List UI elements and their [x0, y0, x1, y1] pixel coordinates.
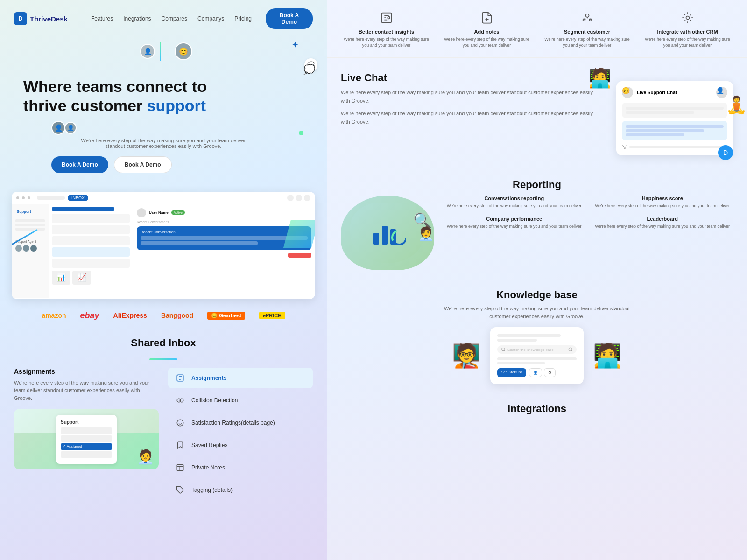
- kb-person-illustration: 🧑‍🏫: [452, 342, 481, 369]
- kb-search-bar[interactable]: Search the knowledge base: [497, 345, 577, 354]
- reporting-happiness: Happiness score We're here every step of…: [592, 196, 733, 209]
- reporting-visual: 🔍 🧑‍💼: [341, 196, 434, 270]
- inbox-item-saved-replies[interactable]: Saved Replies: [168, 435, 313, 455]
- inbox-item-assignments[interactable]: Assignments: [168, 368, 313, 388]
- svg-point-10: [585, 14, 589, 17]
- nav-companys[interactable]: Companys: [197, 15, 224, 22]
- tagging-icon: [174, 483, 187, 497]
- chat-header: 😊 Live Support Chat 👤: [622, 87, 727, 98]
- features-bar: Better contact insights We're here every…: [327, 0, 747, 58]
- nav-features[interactable]: Features: [91, 15, 113, 22]
- kb-desc: We're here every step of the way making …: [444, 305, 630, 320]
- svg-rect-15: [374, 233, 379, 245]
- reporting-conversations-title: Conversations reporting: [444, 196, 585, 201]
- feature-contact-title: Better contact insights: [341, 29, 432, 35]
- brands-section: amazon ebay AliExpress Banggood 😊 Gearbe…: [0, 304, 327, 328]
- satisfaction-label: Satisfaction Ratings(details page): [191, 420, 275, 426]
- nav-links: Features Inegrations Compares Companys P…: [91, 15, 252, 22]
- nav-compares[interactable]: Compares: [162, 15, 187, 22]
- segment-icon: [579, 9, 596, 26]
- inbox-item-collision[interactable]: Collision Detection: [168, 390, 313, 411]
- inbox-illustration: Support ✓ Assigned 🧑‍💼: [14, 409, 159, 469]
- reporting-leaderboard-desc: We're here every step of the way making …: [592, 224, 733, 230]
- book-demo-button-2[interactable]: Book A Demo: [114, 156, 172, 173]
- kb-title: Knowledge base: [341, 289, 733, 301]
- kb-visual: 🧑‍🏫 Search the knowledge base See Startu…: [341, 327, 733, 384]
- section-underline: [149, 358, 177, 360]
- chat-mockup-title: Live Support Chat: [637, 90, 677, 95]
- knowledge-base-section: Knowledge base We're here every step of …: [327, 280, 747, 393]
- reporting-leaderboard-title: Leaderboard: [592, 216, 733, 222]
- reporting-company-desc: We're here every step of the way making …: [444, 224, 585, 230]
- reporting-conversations: Conversations reporting We're here every…: [444, 196, 585, 209]
- svg-marker-14: [622, 145, 627, 149]
- integrations-section: Integrations: [327, 393, 747, 431]
- reporting-section: Reporting: [327, 169, 747, 280]
- kb-settings-icon-btn[interactable]: ⚙: [544, 368, 556, 377]
- svg-rect-16: [382, 226, 388, 245]
- feature-segment-desc: We're here every step of the way making …: [542, 36, 633, 48]
- shared-inbox-section: Shared Inbox Assignments We're here ever…: [0, 328, 327, 510]
- inbox-item-private-notes[interactable]: Private Notes: [168, 457, 313, 478]
- assignments-icon: [174, 371, 187, 385]
- inbox-item-satisfaction[interactable]: Satisfaction Ratings(details page): [168, 413, 313, 433]
- feature-crm-title: Integrate with other CRM: [642, 29, 733, 35]
- reporting-items: Conversations reporting We're here every…: [444, 196, 733, 229]
- kb-mockup: Search the knowledge base See Startups 👤…: [490, 327, 584, 384]
- person-illustration: 🧑‍💻: [588, 67, 612, 89]
- saved-replies-label: Saved Replies: [191, 442, 227, 448]
- svg-rect-4: [177, 464, 183, 471]
- svg-point-13: [686, 16, 689, 20]
- brand-aliexpress: AliExpress: [113, 312, 147, 319]
- hero-section: 👤 😊 ✦ 💬 Where teams connect to thrive cu…: [0, 37, 327, 192]
- live-chat-desc-1: We're here every step of the way making …: [341, 89, 593, 105]
- reporting-title: Reporting: [341, 179, 733, 191]
- satisfaction-icon: [174, 416, 187, 429]
- brand-amazon: amazon: [42, 312, 66, 319]
- feature-add-notes: Add notes We're here every step of the w…: [441, 9, 532, 48]
- add-notes-icon: [479, 9, 495, 26]
- inbox-list: Assignments Collision Detection: [168, 368, 313, 500]
- reporting-leaderboard: Leaderboard We're here every step of the…: [592, 216, 733, 230]
- integrations-title: Integrations: [341, 403, 733, 415]
- svg-point-7: [388, 17, 390, 19]
- kb-action-buttons: See Startups 👤 ⚙: [497, 368, 577, 377]
- contact-insights-icon: [378, 9, 395, 26]
- hero-subtitle: We're here every step of the way making …: [75, 138, 252, 149]
- kb-see-startups-button[interactable]: See Startups: [497, 368, 526, 377]
- inbox-item-tagging[interactable]: Tagging (details): [168, 480, 313, 500]
- nav-pricing[interactable]: Pricing: [234, 15, 252, 22]
- live-chat-section: Live Chat We're here every step of the w…: [327, 58, 747, 169]
- brand-banggood: Banggood: [161, 312, 193, 319]
- live-chat-desc-2: We're here every step of the way making …: [341, 110, 593, 126]
- feature-contact-insights: Better contact insights We're here every…: [341, 9, 432, 48]
- nav-integrations[interactable]: Inegrations: [123, 15, 151, 22]
- kb-search-placeholder: Search the knowledge base: [507, 348, 554, 352]
- svg-point-21: [569, 348, 572, 351]
- logo-text: ThriveDesk: [30, 15, 68, 23]
- inbox-left-title: Assignments: [14, 368, 159, 375]
- assignments-label: Assignments: [191, 375, 226, 381]
- speech-bubble-icon: 💭: [303, 64, 315, 75]
- brand-gearbest: 😊 Gearbest: [207, 312, 245, 320]
- shared-inbox-title: Shared Inbox: [14, 337, 313, 349]
- hero-buttons: Book A Demo Book A Demo: [51, 156, 303, 173]
- feature-notes-title: Add notes: [441, 29, 532, 35]
- collision-icon: [174, 394, 187, 407]
- collision-label: Collision Detection: [191, 397, 238, 404]
- private-notes-label: Private Notes: [191, 464, 225, 471]
- feature-contact-desc: We're here every step of the way making …: [341, 36, 432, 48]
- tagging-label: Tagging (details): [191, 487, 233, 493]
- navigation: D ThriveDesk Features Inegrations Compar…: [0, 0, 327, 37]
- chat-bubble-2: [622, 121, 727, 140]
- reporting-conversations-desc: We're here every step of the way making …: [444, 203, 585, 209]
- feature-crm: Integrate with other CRM We're here ever…: [642, 9, 733, 48]
- book-demo-button-1[interactable]: Book A Demo: [51, 156, 108, 173]
- kb-person-icon-btn[interactable]: 👤: [529, 368, 542, 377]
- logo-icon: D: [14, 12, 27, 25]
- brand-ebay: ebay: [80, 311, 99, 321]
- reporting-company-title: Company performance: [444, 216, 585, 222]
- inbox-left-desc: We're here every step of the way making …: [14, 379, 159, 402]
- book-demo-button-nav[interactable]: Book A Demo: [266, 8, 313, 29]
- kb-result-1: [497, 357, 577, 360]
